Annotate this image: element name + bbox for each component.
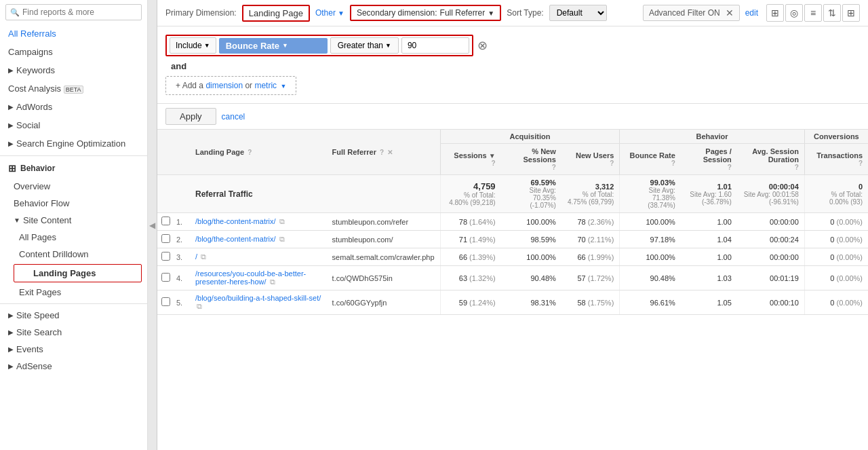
- row3-copy-icon[interactable]: ⧉: [201, 252, 206, 261]
- sidebar-item-seo[interactable]: ▶Search Engine Optimization: [0, 134, 147, 153]
- row3-pages-session: 1.00: [681, 248, 737, 266]
- other-chevron-icon: ▼: [338, 10, 344, 17]
- row5-copy-icon[interactable]: ⧉: [197, 302, 202, 310]
- col-sessions-header[interactable]: Sessions ▼ ?: [440, 144, 501, 175]
- view-icon-list[interactable]: ≡: [804, 4, 822, 22]
- filter-include-button[interactable]: Include ▼: [170, 37, 216, 54]
- row2-landing-page-link[interactable]: /blog/the-content-matrix/: [195, 235, 276, 243]
- row5-pct-new: 98.31%: [501, 290, 561, 315]
- filter-value-input[interactable]: [401, 37, 469, 54]
- row5-landing-page-link[interactable]: /blog/seo/building-a-t-shaped-skill-set/: [195, 294, 321, 302]
- table-row: 4. /resources/you-could-be-a-better-pres…: [157, 266, 868, 290]
- row5-checkbox[interactable]: [157, 290, 174, 315]
- sidebar-item-campaigns[interactable]: Campaigns: [0, 43, 147, 61]
- row2-checkbox[interactable]: [157, 231, 174, 248]
- row1-num: 1.: [174, 213, 190, 231]
- view-icons: ⊞ ◎ ≡ ⇅ ⊞: [766, 4, 860, 22]
- advanced-filter-close-icon[interactable]: ✕: [726, 7, 734, 18]
- filter-metric-box[interactable]: Bounce Rate ▼: [219, 38, 328, 54]
- sidebar-item-all-referrals[interactable]: All Referrals: [0, 24, 147, 43]
- row3-landing-page-link[interactable]: /: [195, 252, 197, 261]
- view-icon-pivot[interactable]: ⊞: [842, 4, 860, 22]
- col-full-referrer-header[interactable]: Full Referrer ? ✕: [327, 130, 441, 175]
- sidebar-item-keywords[interactable]: ▶Keywords: [0, 61, 147, 79]
- full-referrer-close-icon[interactable]: ✕: [387, 149, 393, 156]
- col-avg-session-header[interactable]: Avg. Session Duration ?: [737, 144, 805, 175]
- sort-type-select[interactable]: Default Weighted: [549, 5, 607, 21]
- col-pct-new-header[interactable]: % New Sessions ?: [501, 144, 561, 175]
- edit-link[interactable]: edit: [745, 8, 758, 18]
- secondary-dim-box[interactable]: Secondary dimension: Full Referrer ▼: [350, 5, 501, 21]
- search-input[interactable]: [22, 7, 137, 17]
- row4-new-users: 57 (1.72%): [561, 266, 620, 290]
- col-transactions-header[interactable]: Transactions ?: [804, 144, 868, 175]
- row3-bounce-rate: 100.00%: [620, 248, 681, 266]
- landing-page-tab[interactable]: Landing Page: [242, 5, 310, 22]
- sidebar-item-adwords[interactable]: ▶AdWords: [0, 98, 147, 116]
- row1-landing-page-link[interactable]: /blog/the-content-matrix/: [195, 217, 276, 225]
- row1-copy-icon[interactable]: ⧉: [279, 217, 285, 225]
- sidebar-item-adsense[interactable]: ▶AdSense: [0, 358, 147, 375]
- condition-chevron-icon: ▼: [385, 42, 391, 49]
- filter-clear-button[interactable]: ⊗: [477, 39, 488, 52]
- col-num-header: [174, 130, 190, 175]
- col-pages-session-header[interactable]: Pages / Session ?: [681, 144, 737, 175]
- sidebar-item-site-search[interactable]: ▶Site Search: [0, 324, 147, 341]
- row2-copy-icon[interactable]: ⧉: [279, 235, 285, 243]
- sidebar-item-cost-analysis[interactable]: Cost Analysis BETA: [0, 79, 147, 98]
- row4-copy-icon[interactable]: ⧉: [270, 278, 275, 286]
- row3-new-users: 66 (1.99%): [561, 248, 620, 266]
- add-metric-link[interactable]: metric: [254, 81, 277, 90]
- sidebar-item-events[interactable]: ▶Events: [0, 341, 147, 358]
- sidebar-item-content-drilldown[interactable]: Content Drilldown: [0, 246, 147, 263]
- view-icon-grid[interactable]: ⊞: [766, 4, 784, 22]
- row4-checkbox-input[interactable]: [161, 273, 170, 282]
- apply-button[interactable]: Apply: [165, 108, 216, 125]
- row3-pct-new: 100.00%: [501, 248, 561, 266]
- row4-checkbox[interactable]: [157, 266, 174, 290]
- sidebar-item-behavior-flow[interactable]: Behavior Flow: [0, 195, 147, 212]
- row5-transactions: 0 (0.00%): [804, 290, 868, 315]
- row4-transactions: 0 (0.00%): [804, 266, 868, 290]
- filter-add-row: + Add a dimension or metric ▼: [165, 73, 860, 98]
- sidebar-item-overview[interactable]: Overview: [0, 178, 147, 195]
- col-new-users-header[interactable]: New Users ?: [561, 144, 620, 175]
- col-bounce-rate-header[interactable]: Bounce Rate ?: [620, 144, 681, 175]
- add-dim-chevron-icon: ▼: [280, 83, 286, 90]
- sidebar-collapse-toggle[interactable]: ◀: [148, 0, 157, 450]
- table-row: 2. /blog/the-content-matrix/ ⧉ stumbleup…: [157, 231, 868, 248]
- row1-checkbox-input[interactable]: [161, 217, 170, 225]
- metric-chevron-icon: ▼: [282, 42, 288, 49]
- row5-checkbox-input[interactable]: [161, 297, 170, 306]
- view-icon-pie[interactable]: ◎: [785, 4, 803, 22]
- row3-referrer: semalt.semalt.com/crawler.php: [327, 248, 441, 266]
- filter-condition-button[interactable]: Greater than ▼: [330, 37, 399, 54]
- pages-session-help-icon: ?: [686, 164, 732, 171]
- row3-checkbox[interactable]: [157, 248, 174, 266]
- sidebar-item-landing-pages[interactable]: Landing Pages: [14, 264, 142, 282]
- cancel-link[interactable]: cancel: [222, 112, 245, 121]
- sidebar-item-social[interactable]: ▶Social: [0, 116, 147, 134]
- sidebar-item-all-pages[interactable]: All Pages: [0, 229, 147, 246]
- view-icon-compare[interactable]: ⇅: [823, 4, 841, 22]
- row1-checkbox[interactable]: [157, 213, 174, 231]
- sidebar-item-exit-pages[interactable]: Exit Pages: [0, 284, 147, 301]
- row3-sessions: 66 (1.39%): [440, 248, 501, 266]
- sidebar-group-behavior[interactable]: ⊞ Behavior: [0, 159, 147, 178]
- row2-checkbox-input[interactable]: [161, 234, 170, 243]
- search-box[interactable]: 🔍: [5, 4, 142, 20]
- filter-add-button[interactable]: + Add a dimension or metric ▼: [165, 76, 296, 95]
- row2-pages-session: 1.04: [681, 231, 737, 248]
- row2-landing-page: /blog/the-content-matrix/ ⧉: [190, 231, 327, 248]
- pct-new-help-icon: ?: [507, 164, 556, 171]
- row3-checkbox-input[interactable]: [161, 252, 170, 261]
- other-tab[interactable]: Other ▼: [315, 8, 344, 18]
- sidebar-item-site-speed[interactable]: ▶Site Speed: [0, 307, 147, 324]
- top-bar: Primary Dimension: Landing Page Other ▼ …: [157, 0, 868, 26]
- sidebar-item-site-content[interactable]: ▼Site Content: [0, 212, 147, 229]
- add-dimension-link[interactable]: dimension: [205, 81, 243, 90]
- row4-landing-page-link[interactable]: /resources/you-could-be-a-better-present…: [195, 269, 306, 286]
- referral-sessions-cell: 4,759 % of Total: 4.80% (99,218): [440, 175, 501, 213]
- col-landing-page-header[interactable]: Landing Page ?: [190, 130, 327, 175]
- row5-sessions: 59 (1.24%): [440, 290, 501, 315]
